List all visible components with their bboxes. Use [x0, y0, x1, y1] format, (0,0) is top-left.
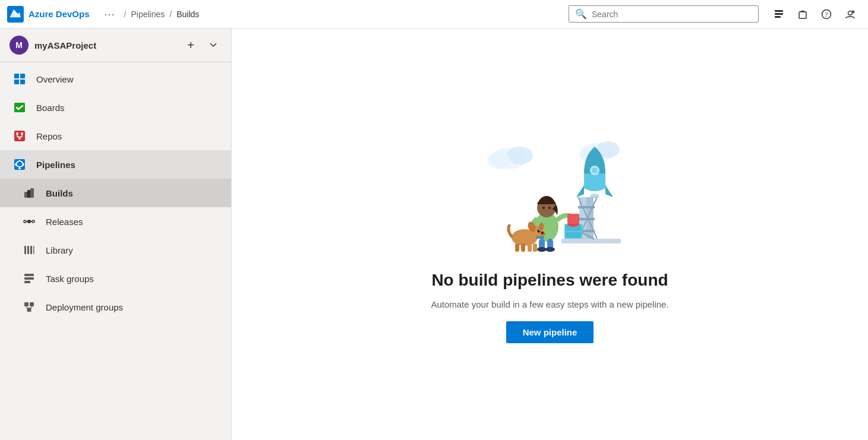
svg-rect-1: [775, 10, 783, 12]
svg-rect-33: [24, 277, 34, 280]
sidebar-item-builds-label: Builds: [46, 188, 73, 198]
svg-rect-24: [30, 188, 34, 198]
svg-rect-30: [30, 246, 32, 254]
svg-rect-81: [533, 243, 537, 252]
sidebar-item-releases-label: Releases: [46, 217, 83, 227]
sidebar-item-taskgroups-label: Task groups: [46, 274, 94, 284]
sidebar-header: M myASAProject +: [0, 29, 231, 62]
svg-rect-35: [24, 302, 29, 306]
releases-icon: [21, 213, 37, 230]
main-content: No build pipelines were found Automate y…: [232, 29, 868, 440]
library-icon: [21, 242, 37, 258]
svg-point-63: [545, 247, 555, 252]
svg-point-25: [27, 220, 31, 223]
sidebar-item-overview-label: Overview: [36, 74, 74, 84]
svg-rect-11: [14, 80, 19, 84]
pipelines-icon: [11, 156, 28, 173]
empty-state: No build pipelines were found Automate y…: [431, 126, 668, 343]
svg-point-7: [848, 11, 853, 15]
shopping-bag-icon[interactable]: [792, 4, 813, 25]
svg-point-17: [18, 137, 21, 140]
sidebar: M myASAProject +: [0, 29, 232, 440]
sidebar-item-deploymentgroups-label: Deployment groups: [46, 302, 123, 312]
svg-point-21: [18, 167, 21, 169]
svg-point-73: [538, 229, 541, 232]
help-icon[interactable]: ?: [816, 4, 837, 25]
sidebar-item-overview[interactable]: Overview: [0, 65, 231, 93]
svg-rect-10: [20, 74, 25, 78]
search-input[interactable]: [592, 10, 752, 19]
sidebar-item-repos[interactable]: Repos: [0, 122, 231, 150]
sidebar-item-boards[interactable]: Boards: [0, 93, 231, 122]
svg-rect-28: [24, 246, 26, 254]
avatar: M: [10, 36, 29, 55]
svg-rect-4: [799, 12, 806, 18]
empty-state-title: No build pipelines were found: [431, 271, 668, 290]
svg-rect-14: [14, 131, 25, 141]
sidebar-nav: Overview Boards: [0, 62, 231, 440]
breadcrumb-pipelines[interactable]: Pipelines: [131, 10, 165, 19]
svg-rect-68: [567, 214, 579, 224]
taskgroups-icon: [21, 270, 37, 287]
sidebar-item-library-label: Library: [46, 245, 73, 255]
svg-point-76: [541, 232, 544, 234]
svg-rect-2: [775, 13, 783, 15]
svg-point-16: [21, 132, 23, 135]
empty-state-description: Automate your build in a few easy steps …: [431, 299, 668, 309]
add-project-button[interactable]: +: [182, 37, 199, 53]
sidebar-item-repos-label: Repos: [36, 131, 62, 141]
svg-point-20: [22, 163, 24, 166]
svg-point-40: [487, 152, 511, 169]
azure-devops-logo[interactable]: Azure DevOps: [7, 6, 90, 23]
svg-rect-78: [515, 243, 519, 252]
list-notifications-icon[interactable]: [768, 4, 790, 25]
sidebar-item-taskgroups[interactable]: Task groups: [0, 264, 231, 293]
breadcrumb-builds: Builds: [176, 10, 199, 19]
svg-rect-66: [566, 232, 581, 238]
svg-rect-9: [14, 74, 19, 78]
svg-point-15: [16, 132, 18, 135]
sidebar-item-library[interactable]: Library: [0, 236, 231, 264]
svg-point-62: [537, 247, 547, 252]
breadcrumb-sep1: /: [124, 10, 127, 19]
search-box[interactable]: 🔍: [569, 5, 759, 23]
more-options-icon[interactable]: ⋯: [99, 5, 119, 23]
logo-text: Azure DevOps: [29, 9, 90, 19]
sidebar-item-releases[interactable]: Releases: [0, 207, 231, 236]
svg-point-27: [32, 220, 34, 223]
main-layout: M myASAProject +: [0, 29, 868, 440]
sidebar-item-boards-label: Boards: [36, 103, 65, 113]
svg-rect-3: [775, 16, 781, 18]
collapse-sidebar-button[interactable]: [205, 37, 222, 53]
sidebar-item-pipelines-label: Pipelines: [36, 160, 75, 170]
builds-icon: [21, 185, 37, 201]
svg-point-59: [548, 207, 551, 209]
deploymentgroups-icon: [21, 299, 37, 315]
boards-icon: [11, 99, 28, 116]
svg-rect-80: [528, 243, 532, 252]
svg-point-58: [542, 207, 545, 209]
svg-rect-12: [20, 80, 25, 84]
sidebar-item-pipelines[interactable]: Pipelines: [0, 150, 231, 179]
topbar: Azure DevOps ⋯ / Pipelines / Builds 🔍: [0, 0, 868, 29]
svg-rect-34: [24, 281, 30, 283]
empty-state-illustration: [449, 126, 651, 257]
repos-icon: [11, 128, 28, 144]
svg-rect-29: [27, 246, 29, 254]
svg-text:?: ?: [825, 11, 828, 18]
new-pipeline-button[interactable]: New pipeline: [506, 321, 594, 343]
svg-rect-31: [33, 246, 34, 254]
sidebar-item-deploymentgroups[interactable]: Deployment groups: [0, 293, 231, 321]
project-name: myASAProject: [34, 40, 176, 50]
svg-point-54: [590, 194, 599, 198]
overview-icon: [11, 71, 28, 87]
svg-point-19: [15, 163, 17, 166]
svg-rect-77: [536, 236, 544, 239]
svg-point-53: [592, 167, 598, 173]
topbar-icons: ?: [768, 4, 861, 25]
sidebar-item-builds[interactable]: Builds: [0, 179, 231, 207]
breadcrumb-sep2: /: [169, 10, 172, 19]
svg-point-26: [24, 220, 26, 223]
svg-rect-55: [561, 239, 621, 243]
user-settings-icon[interactable]: [839, 4, 861, 25]
